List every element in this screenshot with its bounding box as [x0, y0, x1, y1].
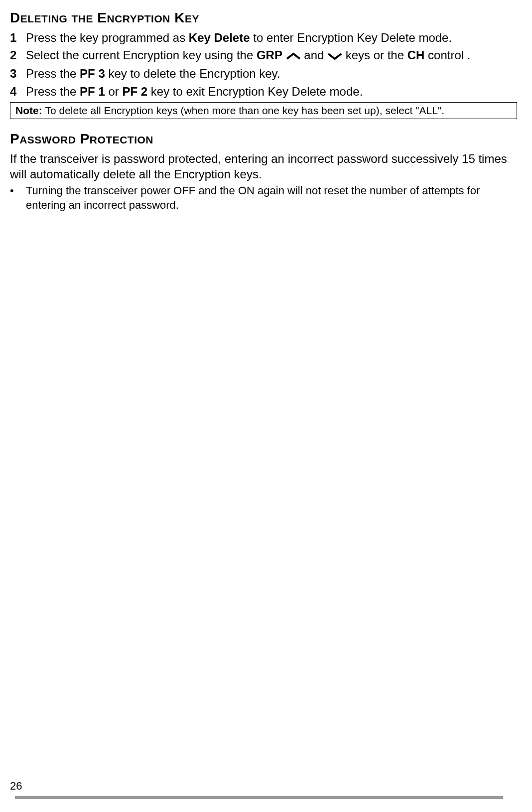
step-text-bold: GRP [257, 48, 282, 62]
steps-list: 1Press the key programmed as Key Delete … [10, 30, 517, 99]
bullet-item: • Turning the transceiver power OFF and … [10, 184, 517, 212]
step-text: Press the key programmed as [26, 31, 189, 44]
section-heading-deleting: DELETING THE ENCRYPTION KEY [10, 10, 517, 26]
footer-line [15, 793, 503, 802]
step-text-bold: PF 3 [80, 67, 105, 80]
step-text: Select the current Encryption key using … [26, 48, 257, 62]
page-number: 26 [10, 780, 22, 793]
step-number: 1 [10, 30, 26, 45]
step-text: control . [424, 48, 470, 62]
body-paragraph: If the transceiver is password protected… [10, 151, 517, 182]
step-text [282, 48, 286, 62]
step-number: 3 [10, 66, 26, 81]
step-number: 2 [10, 47, 26, 64]
heading-rest: EY [185, 13, 199, 24]
step-number: 4 [10, 84, 26, 99]
list-item: 3Press the PF 3 key to delete the Encryp… [10, 66, 517, 81]
heading-rest: THE [72, 13, 94, 24]
heading-rest: NCRYPTION [107, 13, 170, 24]
step-text: Press the [26, 67, 80, 80]
section-heading-password: PASSWORD PROTECTION [10, 131, 517, 147]
heading-rest: ASSWORD [19, 134, 76, 145]
heading-rest: ROTECTION [90, 134, 153, 145]
step-text-bold: CH [407, 48, 425, 62]
note-text: To delete all Encryption keys (when more… [45, 105, 445, 116]
step-text: and [301, 48, 327, 62]
list-item: 4Press the PF 1 or PF 2 key to exit Encr… [10, 84, 517, 99]
step-text: to enter Encryption Key Delete mode. [250, 31, 452, 44]
step-text-bold: Key Delete [189, 31, 250, 44]
bullet-text: Turning the transceiver power OFF and th… [26, 184, 517, 212]
step-text: key to exit Encryption Key Delete mode. [147, 85, 363, 98]
step-text: keys or the [342, 48, 407, 62]
chevron-up-icon [286, 48, 301, 64]
list-item: 2Select the current Encryption key using… [10, 47, 517, 64]
note-label: Note: [15, 105, 45, 116]
note-box: Note: To delete all Encryption keys (whe… [10, 102, 517, 119]
step-text: Press the [26, 85, 80, 98]
heading-char: D [10, 10, 20, 25]
heading-char: E [97, 10, 107, 25]
step-content: Press the PF 1 or PF 2 key to exit Encry… [26, 84, 517, 99]
heading-char: P [10, 131, 19, 146]
step-text: key to delete the Encryption key. [105, 67, 280, 80]
step-text: or [105, 85, 123, 98]
step-content: Press the key programmed as Key Delete t… [26, 30, 517, 45]
step-text-bold: PF 2 [122, 85, 147, 98]
step-content: Press the PF 3 key to delete the Encrypt… [26, 66, 517, 81]
heading-char: K [174, 10, 185, 25]
list-item: 1Press the key programmed as Key Delete … [10, 30, 517, 45]
page-footer: 26 [10, 780, 517, 802]
chevron-down-icon [327, 48, 342, 64]
heading-rest: ELETING [20, 13, 68, 24]
step-content: Select the current Encryption key using … [26, 47, 517, 64]
heading-char: P [80, 131, 90, 146]
step-text-bold: PF 1 [80, 85, 105, 98]
bullet-marker: • [10, 184, 26, 212]
